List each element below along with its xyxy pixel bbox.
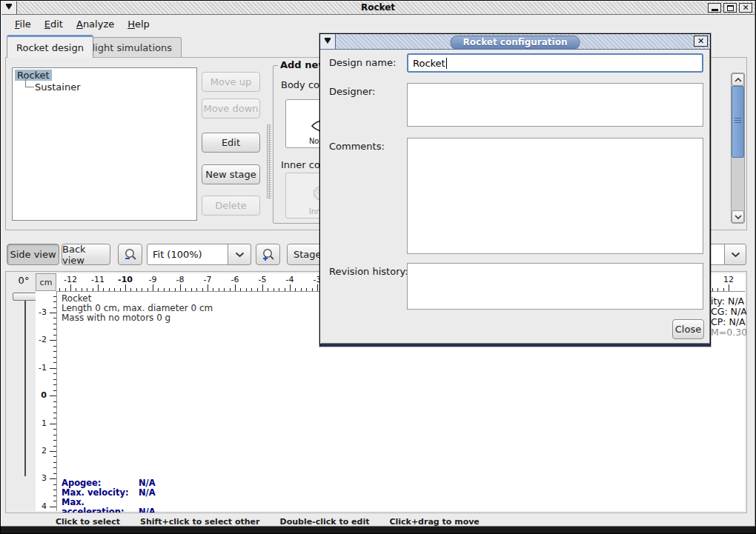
close-icon: ✕ — [697, 36, 704, 46]
zoom-in-button[interactable] — [256, 244, 280, 265]
flight-data-block: Apogee:N/A Max. velocity:N/A Max. accele… — [62, 478, 156, 513]
ruler-tick — [50, 368, 56, 369]
ruler-label: -7 — [204, 275, 212, 284]
design-name-input[interactable]: Rocket — [407, 53, 703, 73]
window-title: Rocket — [1, 2, 755, 13]
ruler-tick — [50, 507, 56, 507]
zoom-level-dropdown-button[interactable] — [228, 244, 251, 265]
ruler-label: 2 — [42, 446, 47, 455]
text-caret — [446, 58, 447, 69]
main-window: Rocket ✕ File Edit Analyze Help Rocket d… — [0, 0, 756, 534]
zoom-out-button[interactable] — [118, 244, 142, 265]
delete-button: Delete — [202, 196, 260, 216]
menu-help[interactable]: Help — [121, 16, 156, 32]
flight-row: Max. acceleration:N/A — [62, 498, 156, 513]
ruler-label: -10 — [118, 275, 133, 284]
ruler-label: 4 — [42, 501, 47, 511]
unit-label: cm — [36, 273, 56, 291]
ruler-tick — [317, 284, 318, 291]
ruler-label: 0 — [41, 390, 47, 400]
ruler-label: -4 — [286, 275, 294, 284]
rotation-slider-track — [24, 297, 26, 476]
splitter-grip[interactable] — [267, 124, 271, 198]
dialog-title: Rocket configuration — [451, 36, 580, 50]
scroll-up-button[interactable] — [732, 73, 744, 86]
ruler-label: 3 — [42, 473, 47, 483]
ruler-label: -8 — [176, 275, 185, 284]
dialog-close-button[interactable]: ✕ — [694, 36, 708, 47]
comments-label: Comments: — [329, 141, 385, 152]
menu-edit[interactable]: Edit — [38, 16, 70, 32]
menu-file[interactable]: File — [8, 16, 38, 32]
ruler-label: -9 — [149, 275, 157, 284]
revision-history-textarea[interactable] — [407, 263, 703, 310]
component-tree[interactable]: Rocket Sustainer — [12, 67, 197, 221]
side-view-button[interactable]: Side view — [7, 244, 59, 265]
ruler-tick — [290, 284, 291, 291]
ruler-tick — [50, 424, 56, 424]
ruler-tick — [50, 478, 56, 479]
ruler-label: -11 — [91, 275, 105, 284]
rocket-configuration-dialog: Rocket configuration ✕ Design name: Rock… — [319, 33, 711, 347]
move-down-button: Move down — [202, 99, 260, 119]
dialog-titlebar: Rocket configuration ✕ — [320, 34, 710, 50]
vertical-ruler: -3-2-101234 — [36, 291, 56, 511]
edit-button[interactable]: Edit — [202, 133, 260, 153]
ruler-label: -12 — [64, 275, 77, 284]
stability-info-block: ity: N/A CG: N/A CP: N/A M=0.30 — [711, 296, 747, 338]
design-name-label: Design name: — [329, 57, 396, 68]
ruler-tick — [98, 284, 99, 291]
tree-elbow-line — [25, 77, 34, 87]
ruler-label: -3 — [39, 307, 47, 317]
chevron-down-icon — [735, 215, 742, 219]
new-stage-button[interactable]: New stage — [202, 164, 260, 184]
ruler-tick — [729, 284, 729, 291]
chevron-up-icon — [735, 78, 742, 82]
dialog-close-action-button[interactable]: Close — [672, 319, 704, 339]
ruler-tick — [235, 284, 236, 291]
chevron-down-icon — [731, 252, 740, 258]
move-up-button: Move up — [202, 72, 260, 92]
comments-textarea[interactable] — [407, 138, 703, 254]
ruler-tick — [70, 284, 71, 291]
chevron-down-icon — [235, 252, 245, 258]
ruler-tick — [50, 313, 56, 313]
ruler-label: -1 — [39, 363, 47, 373]
tab-rocket-design[interactable]: Rocket design — [7, 35, 93, 58]
scrollbar-thumb[interactable] — [732, 86, 744, 158]
rocket-info-text: RocketLength 0 cm, max. diameter 0 cmMas… — [62, 294, 213, 323]
revision-history-label: Revision history: — [329, 266, 408, 277]
designer-label: Designer: — [329, 86, 375, 97]
ruler-tick — [50, 451, 56, 452]
ruler-label: -2 — [39, 335, 47, 344]
menu-analyze[interactable]: Analyze — [70, 16, 121, 32]
scrollbar-grip — [735, 120, 741, 121]
ruler-label: -6 — [231, 275, 239, 284]
rotation-slider-handle[interactable] — [13, 293, 38, 301]
window-bottom-frame — [1, 526, 755, 533]
zoom-level-combobox[interactable]: Fit (100%) — [147, 244, 228, 265]
window-menu-icon — [325, 39, 331, 47]
ruler-tick — [50, 340, 56, 341]
ruler-label: 12 — [723, 275, 734, 284]
designer-textarea[interactable] — [407, 83, 703, 127]
design-name-value: Rocket — [413, 58, 445, 69]
ruler-label: -5 — [259, 275, 267, 284]
scroll-down-button[interactable] — [732, 210, 744, 223]
ruler-tick — [153, 284, 153, 291]
zoom-in-icon — [261, 247, 276, 262]
ruler-label: 1 — [42, 418, 47, 427]
dialog-window-menu-button[interactable] — [320, 34, 336, 49]
menubar: File Edit Analyze Help — [2, 15, 754, 33]
main-titlebar: Rocket ✕ — [1, 1, 755, 15]
ruler-tick — [262, 284, 263, 291]
zoom-level-value: Fit (100%) — [153, 249, 202, 260]
zoom-out-icon — [123, 247, 138, 262]
ruler-tick — [180, 284, 181, 291]
vertical-scrollbar[interactable] — [731, 73, 745, 224]
tree-item-sustainer[interactable]: Sustainer — [35, 81, 81, 93]
ruler-tick — [208, 284, 208, 291]
back-view-button[interactable]: Back view — [62, 244, 110, 265]
ruler-tick — [50, 396, 56, 396]
configuration-dropdown-button[interactable] — [724, 244, 746, 265]
